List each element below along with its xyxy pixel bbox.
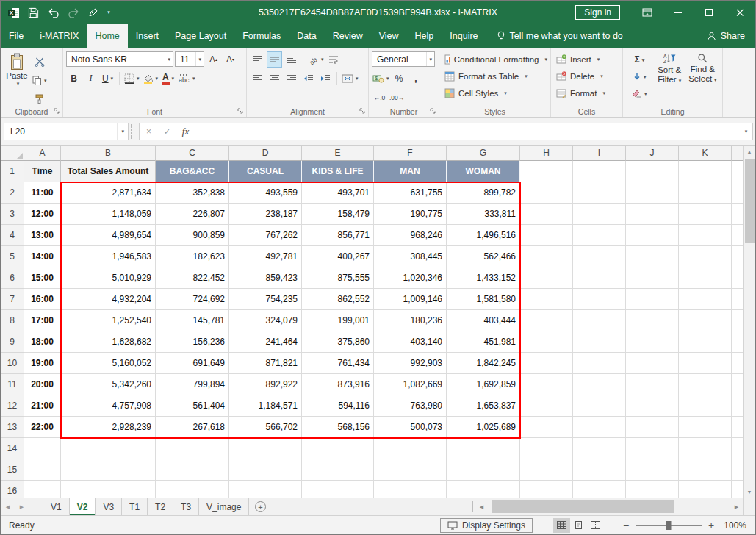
name-box-resizer[interactable]: [131, 124, 137, 139]
cell-D7[interactable]: 754,235: [229, 289, 302, 310]
sheet-tab-v3[interactable]: V3: [96, 498, 122, 515]
cell-A14[interactable]: [24, 438, 61, 459]
cell-G2[interactable]: 899,782: [447, 182, 520, 204]
cell-I8[interactable]: [573, 310, 626, 331]
cell-H1[interactable]: [520, 161, 573, 182]
cell-H13[interactable]: [520, 417, 573, 438]
cell-F5[interactable]: 308,445: [374, 246, 447, 268]
cell-C11[interactable]: 799,894: [156, 374, 229, 395]
italic-button[interactable]: I: [83, 71, 98, 87]
cell-D11[interactable]: 892,922: [229, 374, 302, 395]
row-header-1[interactable]: 1: [1, 161, 24, 182]
normal-view-button[interactable]: [553, 518, 570, 533]
cell-G13[interactable]: 1,025,689: [447, 417, 520, 438]
format-cells-button[interactable]: Format▾: [554, 85, 619, 101]
sheet-tab-t1[interactable]: T1: [122, 498, 148, 515]
number-dialog-launcher[interactable]: [429, 107, 437, 115]
cell-B1[interactable]: Total Sales Amount: [61, 161, 156, 182]
display-settings-button[interactable]: Display Settings: [440, 518, 533, 533]
name-box[interactable]: L20 ▾: [4, 123, 129, 140]
column-header-A[interactable]: A: [24, 146, 61, 161]
cell-I3[interactable]: [573, 204, 626, 225]
font-size-select[interactable]: 11▾: [175, 51, 204, 67]
cell-K12[interactable]: [679, 395, 732, 417]
cell-K15[interactable]: [679, 459, 732, 481]
phonetic-guide-button[interactable]: abc▾: [177, 71, 196, 87]
cell-J12[interactable]: [626, 395, 679, 417]
column-header-J[interactable]: J: [626, 146, 679, 161]
center-button[interactable]: [267, 71, 282, 87]
row-header-8[interactable]: 8: [1, 310, 24, 331]
cell-I1[interactable]: [573, 161, 626, 182]
cell-E14[interactable]: [302, 438, 374, 459]
ribbon-tab-inquire[interactable]: Inquire: [442, 24, 486, 48]
cell-J16[interactable]: [626, 481, 679, 498]
cell-K3[interactable]: [679, 204, 732, 225]
cell-A8[interactable]: 17:00: [24, 310, 61, 331]
cell-A9[interactable]: 18:00: [24, 331, 61, 353]
align-left-button[interactable]: [250, 71, 265, 87]
sheet-tab-t3[interactable]: T3: [173, 498, 199, 515]
cell-D15[interactable]: [229, 459, 302, 481]
cell-styles-button[interactable]: Cell Styles▾: [442, 85, 547, 101]
redo-button[interactable]: [64, 4, 82, 22]
alignment-dialog-launcher[interactable]: [359, 107, 367, 115]
cell-A13[interactable]: 22:00: [24, 417, 61, 438]
cell-E3[interactable]: 158,479: [302, 204, 374, 225]
cell-E13[interactable]: 568,156: [302, 417, 374, 438]
share-button[interactable]: Share: [696, 24, 755, 48]
minimize-button[interactable]: [663, 1, 694, 24]
cell-C8[interactable]: 145,781: [156, 310, 229, 331]
cell-G10[interactable]: 1,842,245: [447, 353, 520, 374]
cell-E2[interactable]: 493,701: [302, 182, 374, 204]
cell-F16[interactable]: [374, 481, 447, 498]
cell-J11[interactable]: [626, 374, 679, 395]
cell-C16[interactable]: [156, 481, 229, 498]
cell-G5[interactable]: 562,466: [447, 246, 520, 268]
cell-H11[interactable]: [520, 374, 573, 395]
cell-D4[interactable]: 767,262: [229, 225, 302, 246]
cell-A2[interactable]: 11:00: [24, 182, 61, 204]
format-painter-button[interactable]: [32, 90, 48, 107]
zoom-out-button[interactable]: −: [619, 520, 633, 531]
font-dialog-launcher[interactable]: [237, 107, 245, 115]
cell-D10[interactable]: 871,821: [229, 353, 302, 374]
cell-I5[interactable]: [573, 246, 626, 268]
cell-A1[interactable]: Time: [24, 161, 61, 182]
cell-G3[interactable]: 333,811: [447, 204, 520, 225]
cell-H16[interactable]: [520, 481, 573, 498]
insert-function-button[interactable]: fx: [176, 126, 195, 137]
ribbon-tab-review[interactable]: Review: [325, 24, 371, 48]
cell-H7[interactable]: [520, 289, 573, 310]
cell-G8[interactable]: 403,444: [447, 310, 520, 331]
cell-G4[interactable]: 1,496,516: [447, 225, 520, 246]
cell-B3[interactable]: 1,148,059: [61, 204, 156, 225]
cell-J4[interactable]: [626, 225, 679, 246]
sort-filter-button[interactable]: AZ Sort & Filter▾: [653, 51, 686, 101]
format-as-table-button[interactable]: Format as Table▾: [442, 68, 547, 85]
cell-K6[interactable]: [679, 268, 732, 289]
formula-input[interactable]: [195, 123, 740, 140]
cell-D5[interactable]: 492,781: [229, 246, 302, 268]
cell-I11[interactable]: [573, 374, 626, 395]
hscroll-left-button[interactable]: ◀: [475, 498, 488, 515]
cell-H4[interactable]: [520, 225, 573, 246]
cell-E7[interactable]: 862,552: [302, 289, 374, 310]
cell-B15[interactable]: [61, 459, 156, 481]
row-header-5[interactable]: 5: [1, 246, 24, 268]
cell-D12[interactable]: 1,184,571: [229, 395, 302, 417]
cell-G9[interactable]: 451,981: [447, 331, 520, 353]
undo-button[interactable]: [44, 4, 62, 22]
cell-F13[interactable]: 500,073: [374, 417, 447, 438]
horizontal-scroll-thumb[interactable]: [492, 500, 674, 513]
cell-F14[interactable]: [374, 438, 447, 459]
cell-I6[interactable]: [573, 268, 626, 289]
column-header-B[interactable]: B: [61, 146, 156, 161]
top-align-button[interactable]: [250, 51, 265, 68]
underline-button[interactable]: U▾: [100, 71, 115, 87]
cell-B2[interactable]: 2,871,634: [61, 182, 156, 204]
new-sheet-button[interactable]: +: [249, 498, 271, 515]
column-header-E[interactable]: E: [302, 146, 374, 161]
cell-F7[interactable]: 1,009,146: [374, 289, 447, 310]
column-header-G[interactable]: G: [447, 146, 520, 161]
